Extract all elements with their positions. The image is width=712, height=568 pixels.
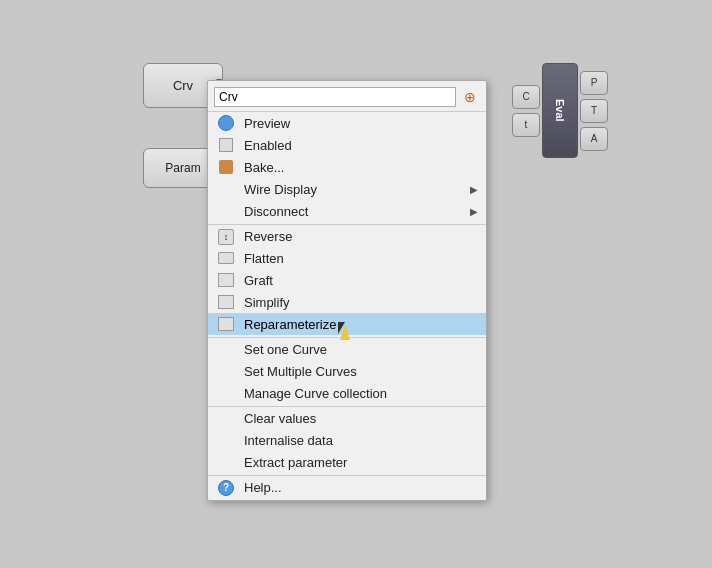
menu-search-icon: ⊕ [460,87,480,107]
node-eval-port-p[interactable]: P [580,71,608,95]
menu-item-extract-parameter-label: Extract parameter [244,455,347,470]
menu-item-disconnect-label: Disconnect [244,204,308,219]
disconnect-arrow: ▶ [470,206,478,217]
menu-item-wire-display-label: Wire Display [244,182,317,197]
menu-item-reverse[interactable]: ↕ Reverse [208,224,486,247]
menu-item-preview-label: Preview [244,116,290,131]
menu-item-set-one-curve[interactable]: Set one Curve [208,337,486,360]
menu-item-reverse-label: Reverse [244,229,292,244]
menu-item-disconnect[interactable]: Disconnect ▶ [208,200,486,222]
menu-item-flatten-label: Flatten [244,251,284,266]
menu-item-graft-label: Graft [244,273,273,288]
menu-item-wire-display[interactable]: Wire Display ▶ [208,178,486,200]
menu-item-internalise-data-label: Internalise data [244,433,333,448]
menu-item-set-multiple-curves-label: Set Multiple Curves [244,364,357,379]
graft-icon [216,270,236,290]
menu-item-help-label: Help... [244,480,282,495]
menu-item-graft[interactable]: Graft [208,269,486,291]
menu-item-reparameterize[interactable]: Reparameterize [208,313,486,335]
wire-display-arrow: ▶ [470,184,478,195]
node-eval[interactable]: C t Eval P T A [512,63,612,158]
menu-item-reparameterize-label: Reparameterize [244,317,337,332]
menu-item-simplify[interactable]: Simplify [208,291,486,313]
help-icon: ? [216,478,236,498]
menu-item-extract-parameter[interactable]: Extract parameter [208,451,486,473]
context-menu: ⊕ Preview Enabled Bake... Wire Display ▶… [207,80,487,501]
menu-item-clear-values[interactable]: Clear values [208,406,486,429]
menu-item-internalise-data[interactable]: Internalise data [208,429,486,451]
node-eval-ports-left: C t [512,63,540,158]
preview-icon [216,113,236,133]
flatten-icon [216,248,236,268]
reverse-icon: ↕ [216,227,236,247]
node-param-label: Param [165,161,200,175]
node-eval-port-a[interactable]: A [580,127,608,151]
menu-item-set-one-curve-label: Set one Curve [244,342,327,357]
menu-item-clear-values-label: Clear values [244,411,316,426]
menu-item-manage-curve-collection-label: Manage Curve collection [244,386,387,401]
bake-icon [216,157,236,177]
menu-item-simplify-label: Simplify [244,295,290,310]
node-eval-port-c[interactable]: C [512,85,540,109]
node-eval-ports-right: P T A [580,63,608,158]
menu-search-header: ⊕ [208,83,486,112]
menu-item-bake[interactable]: Bake... [208,156,486,178]
node-eval-main-block[interactable]: Eval [542,63,578,158]
menu-item-flatten[interactable]: Flatten [208,247,486,269]
menu-item-bake-label: Bake... [244,160,284,175]
menu-item-enabled[interactable]: Enabled [208,134,486,156]
menu-search-input[interactable] [214,87,456,107]
reparam-icon [216,314,236,334]
menu-item-preview[interactable]: Preview [208,112,486,134]
menu-item-enabled-label: Enabled [244,138,292,153]
node-crv-label: Crv [173,78,193,93]
node-eval-port-t[interactable]: t [512,113,540,137]
menu-item-help[interactable]: ? Help... [208,475,486,498]
simplify-icon [216,292,236,312]
node-eval-port-t2[interactable]: T [580,99,608,123]
menu-item-manage-curve-collection[interactable]: Manage Curve collection [208,382,486,404]
node-eval-label: Eval [554,99,566,122]
enabled-icon [216,135,236,155]
menu-item-set-multiple-curves[interactable]: Set Multiple Curves [208,360,486,382]
